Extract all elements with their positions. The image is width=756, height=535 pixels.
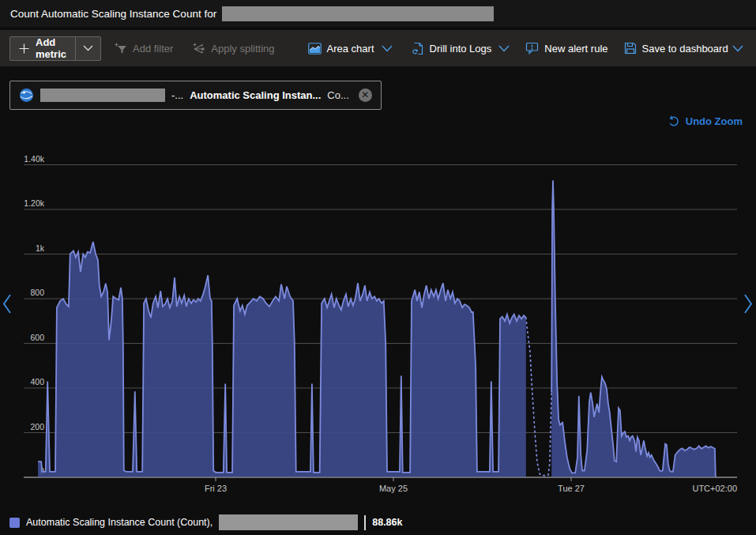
pill-aggregation: Co... [327, 89, 348, 101]
chevron-down-icon [382, 45, 393, 52]
plus-icon [19, 43, 29, 54]
apply-splitting-label: Apply splitting [211, 43, 274, 55]
alert-icon [525, 42, 539, 55]
pan-right-chevron-icon[interactable] [743, 293, 753, 318]
y-axis-label: 400 [30, 377, 44, 386]
chart-type-label: Area chart [327, 43, 374, 55]
x-axis-label: May 25 [379, 484, 408, 493]
y-axis-label: 200 [30, 422, 44, 431]
add-metric-dropdown[interactable] [75, 37, 100, 60]
y-axis-label: 1k [36, 243, 45, 253]
undo-zoom-label: Undo Zoom [686, 115, 743, 127]
add-metric-label: Add metric [36, 36, 66, 60]
metrics-toolbar: Add metric Add filter Apply splitting Ar… [0, 30, 756, 66]
metrics-chart[interactable]: 02004006008001k1.20k1.40kFri 23May 25Tue… [0, 134, 756, 506]
drill-into-logs-label: Drill into Logs [430, 43, 492, 55]
timezone-label: UTC+02:00 [692, 484, 737, 493]
new-alert-rule-label: New alert rule [544, 43, 607, 55]
apply-splitting-button: Apply splitting [192, 43, 274, 55]
save-icon [624, 42, 637, 55]
y-axis-label: 1.20k [24, 198, 44, 208]
chevron-down-icon [732, 45, 743, 52]
legend-swatch [9, 518, 20, 528]
y-axis-label: 600 [30, 333, 44, 342]
series-line-dotted [526, 318, 551, 476]
window-title-bar: Count Automatic Scaling Instance Count f… [0, 0, 756, 27]
area-chart-icon [308, 43, 322, 55]
pan-left-chevron-icon[interactable] [2, 293, 12, 318]
azure-resource-icon [19, 88, 34, 103]
chevron-down-icon [498, 45, 510, 52]
chart-legend: Automatic Scaling Instance Count (Count)… [9, 514, 402, 531]
filter-icon [115, 43, 127, 55]
pill-metric-name: Automatic Scaling Instan... [190, 89, 321, 101]
redacted-resource-name [222, 6, 494, 21]
redacted-resource-name [219, 514, 358, 530]
drill-logs-icon [412, 42, 424, 55]
page-title: Count Automatic Scaling Instance Count f… [10, 8, 216, 20]
add-filter-label: Add filter [133, 43, 173, 55]
add-filter-button: Add filter [115, 43, 173, 55]
new-alert-rule-button[interactable]: New alert rule [525, 42, 607, 55]
area-fill [38, 242, 526, 477]
legend-separator [364, 515, 366, 530]
save-to-dashboard-label: Save to dashboard [642, 43, 728, 55]
chart-canvas[interactable]: 02004006008001k1.20k1.40kFri 23May 25Tue… [0, 134, 756, 506]
splitting-icon [192, 43, 205, 55]
x-axis-label: Fri 23 [205, 484, 227, 493]
redacted-resource-name [40, 89, 165, 102]
y-axis-label: 1.40k [24, 154, 44, 164]
chart-type-button[interactable]: Area chart [308, 43, 393, 55]
undo-zoom-button[interactable]: Undo Zoom [668, 115, 743, 127]
add-metric-button[interactable]: Add metric [9, 36, 101, 61]
undo-icon [668, 115, 680, 127]
metric-pill[interactable]: -... Automatic Scaling Instan... Co... ✕ [9, 81, 382, 110]
close-icon[interactable]: ✕ [359, 89, 372, 102]
drill-into-logs-button[interactable]: Drill into Logs [412, 42, 510, 55]
pill-resource-suffix: -... [171, 89, 183, 101]
y-axis-label: 800 [30, 288, 44, 297]
legend-label: Automatic Scaling Instance Count (Count)… [26, 517, 213, 528]
legend-value: 88.86k [372, 517, 402, 528]
x-axis-label: Tue 27 [558, 484, 585, 493]
save-to-dashboard-button[interactable]: Save to dashboard [624, 42, 743, 55]
